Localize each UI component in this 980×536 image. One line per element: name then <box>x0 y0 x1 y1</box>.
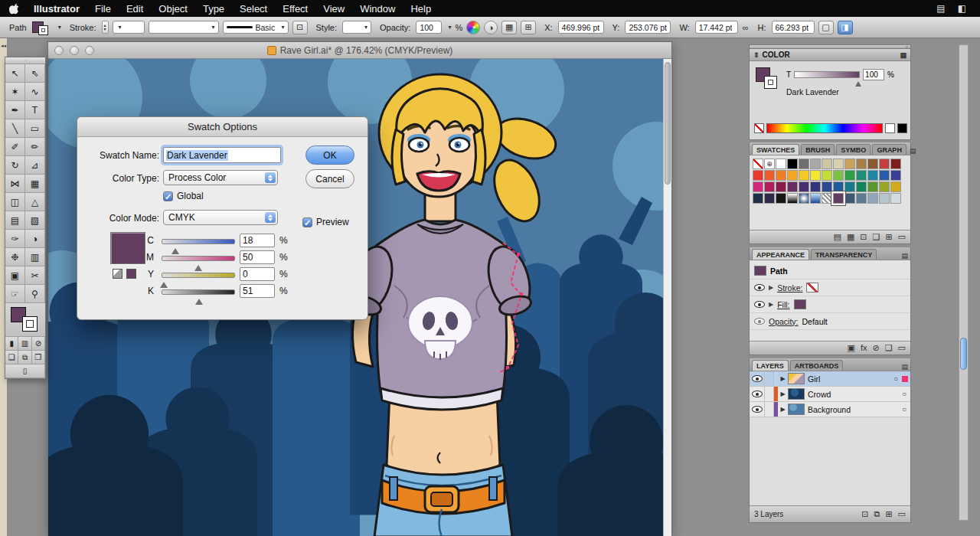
swatch[interactable] <box>833 181 844 192</box>
swatch[interactable] <box>844 159 855 169</box>
new-swatch-icon[interactable]: ⊞ <box>885 233 892 241</box>
align-panel-icon[interactable]: ▦ <box>501 21 517 34</box>
blend-tool[interactable]: ◑ <box>25 230 45 248</box>
tab-swatches[interactable]: SWATCHES <box>752 144 799 155</box>
opacity-input[interactable]: 100 <box>416 21 442 34</box>
zoom-window-button[interactable] <box>85 46 94 55</box>
layer-lock-cell[interactable] <box>765 387 774 401</box>
visibility-eye-icon[interactable] <box>754 318 765 325</box>
app-scrollbar[interactable] <box>959 44 969 521</box>
cyan-slider[interactable] <box>162 239 235 244</box>
draw-inside-button[interactable]: ❐ <box>32 351 45 364</box>
layer-target-icon[interactable]: ○ <box>898 390 910 398</box>
swatch[interactable] <box>844 181 855 192</box>
width-tool[interactable]: ⋈ <box>5 175 25 193</box>
menu-object[interactable]: Object <box>151 0 195 17</box>
new-effect-icon[interactable]: fx <box>861 344 867 352</box>
swatch[interactable] <box>844 193 855 204</box>
layer-expand-icon[interactable]: ▶ <box>778 406 788 413</box>
fill-row[interactable]: ▶ Fill: <box>750 296 910 313</box>
menu-file[interactable]: File <box>87 0 119 17</box>
layer-row-background[interactable]: ▶ Background ○ <box>750 402 910 417</box>
gamut-color-chip[interactable] <box>126 269 136 279</box>
lasso-tool[interactable]: ∿ <box>25 83 45 101</box>
tab-graph[interactable]: GRAPH <box>872 144 906 155</box>
color-mode-button[interactable]: ▮ <box>5 337 18 351</box>
layer-name[interactable]: Background <box>808 405 898 414</box>
ok-button[interactable]: OK <box>305 145 354 165</box>
fill-stroke-proxy[interactable] <box>756 67 782 92</box>
tab-artboards[interactable]: ARTBOARDS <box>790 360 844 371</box>
layer-visibility-eye-icon[interactable] <box>750 402 765 417</box>
cancel-button[interactable]: Cancel <box>305 169 354 188</box>
gradient-tool[interactable]: ▧ <box>25 211 45 230</box>
tab-appearance[interactable]: APPEARANCE <box>752 249 809 260</box>
new-color-group-icon[interactable]: ❑ <box>873 233 880 241</box>
black-slider[interactable] <box>162 289 235 295</box>
layer-visibility-eye-icon[interactable] <box>750 387 765 401</box>
swatch[interactable] <box>879 170 890 181</box>
swatch[interactable] <box>787 170 798 181</box>
magenta-input[interactable]: 50 <box>240 250 275 264</box>
eyedropper-tool[interactable]: ✑ <box>5 230 25 248</box>
selection-tool[interactable]: ↖ <box>5 64 25 83</box>
document-title-bar[interactable]: Rave Girl.ai* @ 176.42% (CMYK/Preview) <box>48 42 671 59</box>
fill-dropdown-icon[interactable]: ▾ <box>58 24 61 31</box>
pencil-tool[interactable]: ✏ <box>25 138 45 156</box>
global-checkbox-box[interactable]: ✓ <box>163 191 173 201</box>
direct-selection-tool[interactable]: ⇖ <box>25 64 45 83</box>
swatch[interactable] <box>833 193 844 204</box>
panel-toggle-icon[interactable]: ◨ <box>838 21 853 34</box>
none-swatch[interactable] <box>754 123 764 133</box>
app-scrollbar-thumb[interactable] <box>960 338 967 370</box>
tint-slider[interactable] <box>794 71 860 78</box>
delete-layer-icon[interactable]: ▭ <box>898 510 906 518</box>
line-segment-tool[interactable]: ╲ <box>5 119 25 138</box>
layer-thumbnail[interactable] <box>788 373 805 384</box>
artboard-tool[interactable]: ▣ <box>5 266 25 285</box>
magenta-slider[interactable] <box>162 256 235 261</box>
appearance-item-row[interactable]: Path <box>750 263 910 279</box>
variable-width-select[interactable]: ▾ <box>149 21 219 34</box>
tab-symbols[interactable]: SYMBO <box>836 144 871 155</box>
stroke-proxy[interactable] <box>22 316 38 332</box>
scale-tool[interactable]: ⊿ <box>25 156 45 175</box>
swatch[interactable] <box>753 181 763 192</box>
x-input[interactable]: 469.996 pt <box>558 21 604 34</box>
swatch[interactable] <box>822 181 832 192</box>
tab-transparency[interactable]: TRANSPARENCY <box>811 249 877 260</box>
swatch[interactable] <box>787 193 798 204</box>
black-input[interactable]: 51 <box>240 284 275 298</box>
cyan-input[interactable]: 18 <box>240 234 275 247</box>
swatch[interactable] <box>787 159 798 169</box>
preview-checkbox-box[interactable]: ✓ <box>302 217 312 227</box>
swatch[interactable] <box>810 193 821 204</box>
swatch[interactable] <box>890 159 901 169</box>
swatch[interactable] <box>787 181 798 192</box>
slice-tool[interactable]: ✂ <box>25 266 45 285</box>
swatch[interactable] <box>856 159 867 169</box>
brush-definition-select[interactable]: Basic ▾ <box>223 21 289 34</box>
fill-attribute-label[interactable]: Fill: <box>777 300 789 309</box>
draw-normal-button[interactable]: ❏ <box>5 351 18 364</box>
swatch[interactable] <box>879 159 890 169</box>
swatch[interactable]: ⊕ <box>764 159 775 169</box>
preview-checkbox[interactable]: ✓ Preview <box>302 217 349 227</box>
swatch[interactable] <box>856 193 867 204</box>
color-spectrum[interactable] <box>766 123 883 133</box>
swatch[interactable] <box>822 193 832 204</box>
swatch[interactable] <box>776 159 786 169</box>
adjust-colors-icon[interactable]: ◑ <box>484 21 498 34</box>
expand-triangle-icon[interactable]: ▶ <box>769 284 773 291</box>
color-panel-header[interactable]: ⇕ COLOR ▤ <box>750 49 910 61</box>
layer-name[interactable]: Girl <box>808 374 890 384</box>
swatch[interactable] <box>822 159 832 169</box>
constrain-proportions-icon[interactable]: ∞ <box>743 23 749 32</box>
apple-menu-icon[interactable] <box>8 2 21 15</box>
color-type-select[interactable]: Process Color <box>163 170 278 185</box>
menu-window[interactable]: Window <box>352 0 403 17</box>
swatch[interactable] <box>764 193 775 204</box>
type-tool[interactable]: T <box>25 101 45 119</box>
white-swatch[interactable] <box>885 123 895 133</box>
column-graph-tool[interactable]: ▥ <box>25 248 45 266</box>
